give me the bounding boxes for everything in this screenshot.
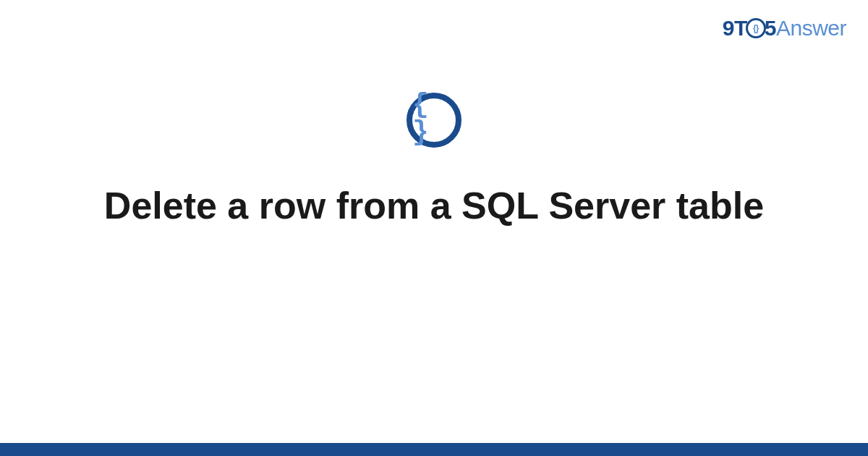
footer-accent-bar [0,443,868,456]
logo-text-answer: Answer [776,16,846,40]
braces-glyph: { } [412,91,456,146]
logo-circle-icon: {} [746,18,766,38]
code-braces-icon: { } [407,93,461,148]
logo-text-9t: 9T [723,16,747,40]
site-logo: 9T{}5Answer [723,16,846,41]
main-content: { } Delete a row from a SQL Server table [0,93,868,229]
page-title: Delete a row from a SQL Server table [104,182,764,229]
logo-text-5: 5 [765,16,776,40]
logo-circle-inner: {} [753,23,758,33]
